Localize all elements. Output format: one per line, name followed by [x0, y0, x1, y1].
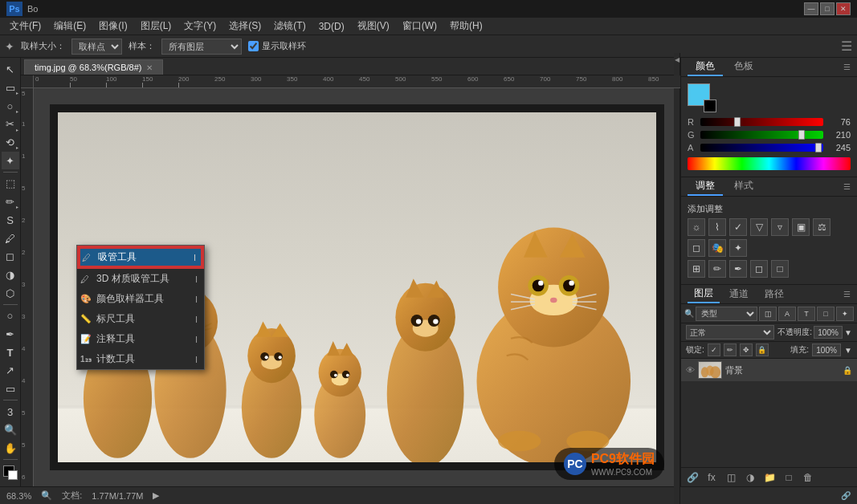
show-ring-checkbox[interactable] — [248, 41, 259, 51]
adj-levels[interactable]: ✓ — [729, 218, 747, 236]
tool-move[interactable]: ↖ — [2, 61, 19, 79]
bg-swatch[interactable] — [704, 100, 716, 112]
tool-pen[interactable]: ✒ — [2, 326, 19, 343]
tab-close-button[interactable]: ✕ — [146, 63, 153, 72]
opacity-input[interactable] — [814, 326, 843, 339]
tool-blur[interactable]: ⬡ — [2, 284, 19, 302]
color-spectrum[interactable] — [688, 157, 851, 170]
tab-channels[interactable]: 通道 — [723, 286, 755, 303]
tool-brush[interactable]: ✏ — [2, 193, 19, 211]
tool-shape[interactable]: ▭ — [2, 380, 19, 398]
layer-filter-adjust[interactable]: A — [778, 307, 796, 321]
sample-size-select[interactable]: 取样点 — [71, 39, 122, 55]
tool-marquee[interactable]: ▭ — [2, 79, 19, 97]
tool-zoom[interactable]: 🔍 — [2, 421, 19, 439]
layer-visibility-toggle[interactable]: 👁 — [686, 365, 695, 375]
lock-all[interactable]: 🔒 — [756, 343, 769, 356]
r-thumb[interactable] — [734, 117, 741, 127]
close-button[interactable]: ✕ — [836, 2, 851, 15]
tool-icon[interactable]: ✦ — [5, 40, 14, 53]
add-adjustment-button[interactable]: ◑ — [742, 470, 758, 485]
panel-options-icon[interactable]: ☰ — [841, 39, 852, 54]
lock-transparent[interactable]: ✓ — [708, 343, 720, 356]
canvas-viewport[interactable]: 🖊 吸管工具 I 🖊 3D 材质吸管工具 I 🎨 颜色取样器工具 I 📏 标尺工… — [34, 88, 680, 486]
window-controls[interactable]: — □ ✕ — [804, 2, 851, 15]
ctx-3d-material[interactable]: 🖊 3D 材质吸管工具 I — [77, 269, 204, 289]
adj-pattern[interactable]: 🎭 — [708, 239, 726, 257]
adj-shape[interactable]: □ — [771, 260, 789, 278]
adj-panel-menu[interactable]: ☰ — [843, 182, 851, 191]
add-fx-button[interactable]: fx — [704, 470, 720, 485]
r-slider[interactable] — [700, 118, 823, 126]
adj-scale[interactable]: ⚖ — [813, 218, 830, 236]
tool-eyedropper[interactable]: ✦ — [2, 152, 19, 169]
layers-panel-menu[interactable]: ☰ — [843, 290, 851, 299]
tab-swatches[interactable]: 色板 — [726, 58, 761, 76]
color-panel-menu[interactable]: ☰ — [843, 63, 851, 71]
panel-collapse-strip[interactable]: ◀ — [674, 53, 680, 504]
tool-crop[interactable]: ⟲ — [2, 134, 19, 152]
b-thumb[interactable] — [815, 143, 822, 152]
opacity-arrow[interactable]: ▼ — [844, 328, 852, 337]
layer-filter-pixel[interactable]: ◫ — [759, 307, 777, 321]
adj-curves[interactable]: ⌇ — [708, 218, 726, 236]
ctx-ruler[interactable]: 📏 标尺工具 I — [77, 309, 204, 329]
tab-paths[interactable]: 路径 — [758, 286, 790, 303]
menu-window[interactable]: 窗口(W) — [396, 18, 443, 35]
tool-heal[interactable]: ⬚ — [2, 175, 19, 193]
g-thumb[interactable] — [798, 130, 805, 140]
background-color[interactable] — [8, 470, 18, 480]
layer-row-background[interactable]: 👁 — [681, 359, 857, 382]
tool-hand[interactable]: ✋ — [2, 440, 19, 457]
layer-filter-text[interactable]: T — [798, 307, 815, 321]
lock-position[interactable]: ✥ — [740, 343, 753, 356]
tool-gradient[interactable]: ◑ — [2, 266, 19, 284]
ctx-color-sampler[interactable]: 🎨 颜色取样器工具 I — [77, 289, 204, 309]
adj-brush2[interactable]: ✏ — [708, 260, 726, 278]
tab-adjustments[interactable]: 调整 — [688, 177, 723, 196]
tool-dodge[interactable]: ○ — [2, 307, 19, 325]
new-group-button[interactable]: 📁 — [761, 470, 777, 485]
tool-magic-wand[interactable]: ✂ — [2, 116, 19, 133]
fg-bg-colors[interactable] — [2, 464, 19, 482]
menu-select[interactable]: 选择(S) — [222, 18, 267, 35]
adj-rect[interactable]: ◻ — [750, 260, 768, 278]
adj-pen[interactable]: ✒ — [729, 260, 747, 278]
menu-file[interactable]: 文件(F) — [3, 18, 47, 35]
zoom-icon[interactable]: 🔍 — [41, 490, 52, 501]
show-ring-label[interactable]: 显示取样环 — [248, 40, 306, 52]
menu-image[interactable]: 图像(I) — [92, 18, 133, 35]
fg-bg-swatches[interactable] — [688, 83, 716, 112]
layer-filter-smart[interactable]: ✦ — [836, 307, 854, 321]
tool-3d[interactable]: 3 — [2, 403, 19, 421]
menu-edit[interactable]: 编辑(E) — [47, 18, 92, 35]
ctx-notes[interactable]: 📝 注释工具 I — [77, 329, 204, 349]
new-layer-button[interactable]: □ — [781, 470, 797, 485]
delete-layer-button[interactable]: 🗑 — [800, 470, 816, 485]
blend-mode-select[interactable]: 正常 — [686, 325, 774, 339]
tool-clone[interactable]: S — [2, 211, 19, 229]
tool-eraser[interactable]: ◻ — [2, 248, 19, 266]
adj-grid[interactable]: ⊞ — [688, 260, 705, 278]
adj-solid[interactable]: ◻ — [688, 239, 705, 257]
minimize-button[interactable]: — — [804, 2, 818, 15]
adj-hsl[interactable]: ▽ — [750, 218, 768, 236]
tool-lasso[interactable]: ○ — [2, 97, 19, 115]
menu-filter[interactable]: 滤镜(T) — [267, 18, 312, 35]
tool-history[interactable]: 🖊 — [2, 230, 19, 247]
tool-text[interactable]: T — [2, 343, 19, 361]
menu-text[interactable]: 文字(Y) — [178, 18, 222, 35]
lock-pixels[interactable]: ✏ — [724, 343, 737, 356]
menu-help[interactable]: 帮助(H) — [443, 18, 489, 35]
layer-type-filter[interactable]: 类型 — [696, 307, 757, 321]
add-mask-button[interactable]: ◫ — [723, 470, 739, 485]
ctx-eyedropper[interactable]: 🖊 吸管工具 I — [77, 246, 204, 269]
fill-arrow[interactable]: ▼ — [844, 346, 852, 355]
tab-layers[interactable]: 图层 — [688, 285, 720, 303]
menu-layer[interactable]: 图层(L) — [134, 18, 178, 35]
menu-view[interactable]: 视图(V) — [351, 18, 396, 35]
fill-input[interactable] — [812, 343, 841, 356]
adj-colorbalance[interactable]: ▿ — [771, 218, 789, 236]
g-slider[interactable] — [700, 131, 823, 139]
adj-gradient2[interactable]: ✦ — [729, 239, 747, 257]
